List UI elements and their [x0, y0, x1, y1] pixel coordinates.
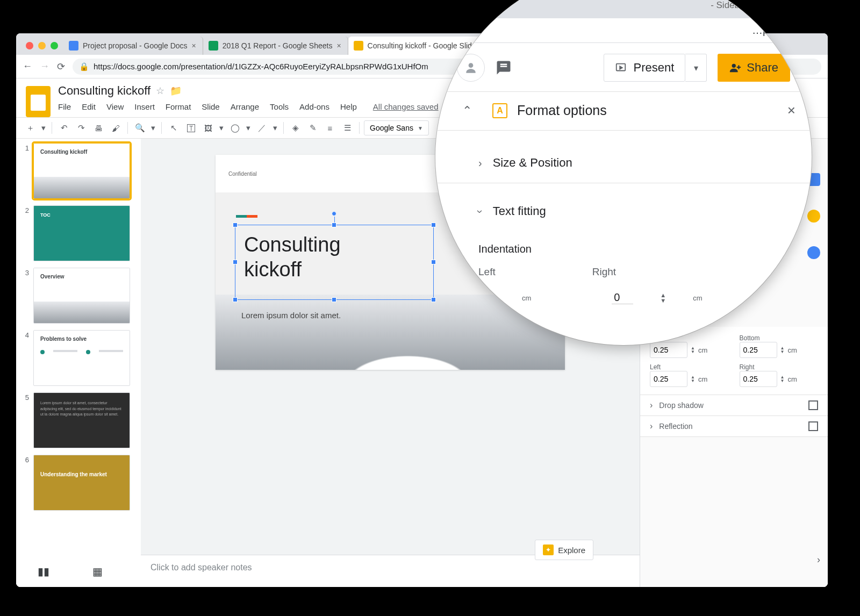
- collapse-chevron-icon[interactable]: ›: [817, 554, 820, 565]
- indent-right-value[interactable]: 0: [612, 291, 633, 304]
- thumb-5[interactable]: Lorem ipsum dolor sit amet, consectetur …: [33, 392, 130, 448]
- reload-icon[interactable]: ⟳: [57, 61, 65, 73]
- image-dropdown[interactable]: ▾: [218, 120, 225, 135]
- resize-handle[interactable]: [431, 223, 436, 227]
- pad-top-field[interactable]: [650, 342, 687, 358]
- spinner-icon[interactable]: ▲▼: [691, 346, 695, 354]
- title-text[interactable]: Consultingkickoff: [235, 225, 433, 289]
- tab-docs[interactable]: Project proposal - Google Docs ×: [63, 37, 203, 55]
- redo-button[interactable]: ↷: [74, 120, 89, 135]
- thumb-2[interactable]: TOC: [33, 205, 130, 261]
- pad-left-input[interactable]: ▲▼ cm: [650, 371, 729, 387]
- comment-icon[interactable]: [496, 60, 512, 76]
- back-icon[interactable]: ←: [23, 61, 32, 72]
- tab-label: Consulting kickoff - Google Slides: [368, 41, 480, 50]
- font-selector[interactable]: Google Sans ▼: [364, 120, 429, 135]
- shape-dropdown[interactable]: ▾: [245, 120, 252, 135]
- menu-format[interactable]: Format: [166, 102, 191, 111]
- line-dropdown[interactable]: ▾: [271, 120, 279, 135]
- cursor-button[interactable]: ↖: [166, 120, 181, 135]
- menu-tools[interactable]: Tools: [270, 102, 289, 111]
- traffic-close[interactable]: [26, 42, 33, 49]
- checkbox[interactable]: [808, 421, 818, 431]
- thumb-6[interactable]: Understanding the market: [33, 455, 130, 511]
- checkbox[interactable]: [808, 400, 818, 410]
- pad-left-field[interactable]: [650, 371, 687, 387]
- zoom-dropdown[interactable]: ▾: [149, 120, 157, 135]
- thumb-1[interactable]: Consulting kickoff: [33, 143, 130, 199]
- tasks-icon[interactable]: [807, 246, 820, 259]
- paint-format-button[interactable]: 🖌: [108, 120, 123, 135]
- save-status[interactable]: All changes saved: [373, 102, 439, 111]
- title-textbox[interactable]: Consultingkickoff: [235, 225, 434, 300]
- slides-logo-icon[interactable]: [26, 86, 51, 117]
- explore-icon: ✦: [543, 545, 554, 555]
- resize-handle[interactable]: [332, 297, 336, 302]
- undo-button[interactable]: ↶: [56, 120, 71, 135]
- tab-close-icon[interactable]: ×: [192, 41, 196, 50]
- grid-view-icon[interactable]: ▦: [92, 565, 103, 578]
- present-button[interactable]: Present: [604, 54, 685, 82]
- zoom-button[interactable]: 🔍: [132, 120, 147, 135]
- menu-edit[interactable]: Edit: [82, 102, 96, 111]
- doc-title[interactable]: Consulting kickoff: [58, 84, 150, 98]
- print-button[interactable]: 🖶: [91, 120, 106, 135]
- filmstrip-view-icon[interactable]: ▮▮: [38, 565, 49, 578]
- resize-handle[interactable]: [431, 260, 436, 264]
- close-icon[interactable]: ×: [787, 102, 796, 119]
- spinner-icon[interactable]: ▲▼: [691, 375, 695, 383]
- line-button[interactable]: ／: [254, 120, 269, 135]
- menu-help[interactable]: Help: [340, 102, 357, 111]
- resize-handle[interactable]: [233, 223, 238, 227]
- folder-icon[interactable]: 📁: [170, 85, 182, 97]
- pad-bottom-field[interactable]: [740, 342, 777, 358]
- spinner-icon[interactable]: ▲▼: [660, 292, 666, 303]
- pad-bottom-input[interactable]: ▲▼ cm: [740, 342, 819, 358]
- subtitle-text[interactable]: Lorem ipsum dolor sit amet.: [241, 311, 341, 320]
- section-size-position[interactable]: › Size & Position: [478, 156, 796, 170]
- shape-button[interactable]: ◯: [227, 120, 242, 135]
- menu-view[interactable]: View: [106, 102, 124, 111]
- pad-top-input[interactable]: ▲▼ cm: [650, 342, 729, 358]
- textbox-button[interactable]: 🅃: [183, 120, 198, 135]
- add-slide-dropdown[interactable]: ▾: [40, 120, 47, 135]
- add-slide-button[interactable]: ＋: [23, 120, 38, 135]
- present-dropdown[interactable]: ▾: [685, 54, 707, 82]
- menu-insert[interactable]: Insert: [134, 102, 155, 111]
- menu-arrange[interactable]: Arrange: [231, 102, 259, 111]
- star-icon[interactable]: ☆: [156, 85, 164, 97]
- explore-button[interactable]: ✦ Explore: [535, 540, 593, 560]
- image-button[interactable]: 🖼: [200, 120, 216, 135]
- spacing-button[interactable]: ☰: [340, 120, 355, 135]
- thumb-4[interactable]: Problems to solve: [33, 330, 130, 386]
- resize-handle[interactable]: [233, 260, 238, 264]
- tab-close-icon[interactable]: ×: [336, 41, 341, 50]
- spinner-icon[interactable]: ▲▼: [780, 346, 785, 354]
- share-button[interactable]: Share: [718, 54, 790, 82]
- fill-button[interactable]: ◈: [288, 120, 303, 135]
- section-drop-shadow[interactable]: › Drop shadow: [640, 395, 828, 416]
- resize-handle[interactable]: [332, 223, 336, 227]
- menu-addons[interactable]: Add-ons: [299, 102, 329, 111]
- tab-close-icon[interactable]: ×: [775, 0, 782, 13]
- spinner-icon[interactable]: ▲▼: [780, 375, 785, 383]
- rotate-handle[interactable]: [332, 211, 336, 216]
- pad-right-field[interactable]: [740, 371, 777, 387]
- forward-icon[interactable]: →: [40, 61, 49, 72]
- section-text-fitting[interactable]: › Text fitting: [478, 204, 796, 218]
- tab-sheets[interactable]: 2018 Q1 Report - Google Sheets ×: [203, 37, 348, 55]
- traffic-max[interactable]: [51, 42, 58, 49]
- thumbnail-panel[interactable]: 1 Consulting kickoff 2 TOC 3 Overview 4: [16, 139, 141, 587]
- resize-handle[interactable]: [431, 297, 436, 302]
- menu-slide[interactable]: Slide: [202, 102, 219, 111]
- pad-right-input[interactable]: ▲▼ cm: [740, 371, 819, 387]
- chevron-up-icon[interactable]: ⌃: [462, 104, 472, 118]
- traffic-min[interactable]: [38, 42, 46, 49]
- menu-file[interactable]: File: [58, 102, 71, 111]
- border-button[interactable]: ✎: [305, 120, 320, 135]
- resize-handle[interactable]: [233, 297, 238, 302]
- align-button[interactable]: ≡: [322, 120, 338, 135]
- thumb-3[interactable]: Overview: [33, 268, 130, 324]
- section-reflection[interactable]: › Reflection: [640, 416, 828, 437]
- keep-icon[interactable]: [807, 210, 820, 223]
